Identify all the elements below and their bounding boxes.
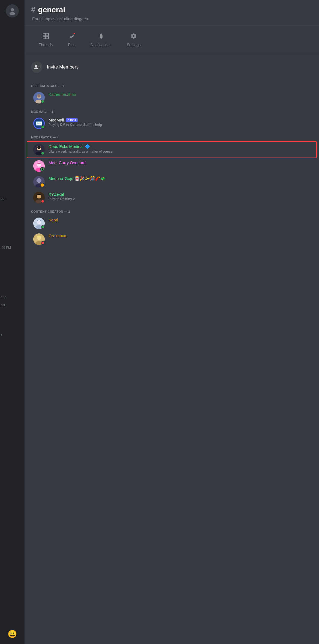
svg-rect-3 — [46, 33, 49, 36]
channel-description: For all topics including disgaea — [31, 16, 312, 21]
xyz-name: XYZexal — [49, 192, 64, 197]
bot-check-icon: ✓ — [67, 118, 69, 121]
left-text-een: een — [1, 197, 7, 201]
katherine-name: Katherine.zhao — [49, 92, 76, 97]
pins-icon — [68, 33, 75, 41]
left-text-not: hot — [1, 303, 5, 307]
deus-avatar-wrapper — [33, 144, 45, 155]
svg-point-16 — [37, 146, 41, 149]
channel-name: general — [38, 5, 65, 14]
svg-point-12 — [37, 94, 41, 97]
left-text-a: a — [1, 333, 2, 337]
svg-point-6 — [35, 65, 37, 67]
settings-icon — [130, 33, 137, 41]
channel-header: # general For all topics including disga… — [25, 0, 319, 26]
toolbar-threads[interactable]: Threads — [31, 30, 60, 50]
xyz-info: XYZexal Playing Destiny 2 — [49, 192, 310, 201]
katherine-info: Katherine.zhao — [49, 92, 310, 97]
section-content-creator: CONTENT CREATOR — 2 — [25, 206, 319, 215]
member-oreimova[interactable]: Oreimova — [27, 231, 317, 247]
section-modmail: MODMAIL — 1 — [25, 106, 319, 115]
katherine-status-dot — [41, 100, 44, 103]
member-mei[interactable]: 📱 Mei - Curry Overlord — [27, 158, 317, 174]
user-avatar-icon[interactable] — [6, 4, 19, 17]
left-text-d: d to — [1, 295, 7, 299]
toolbar: Threads Pins Notifications — [25, 26, 319, 54]
modmail-name: ModMail — [49, 118, 64, 122]
koori-status-dot — [41, 225, 44, 229]
notifications-label: Notifications — [91, 43, 112, 47]
deus-name: Deus Ecks Modina — [49, 144, 83, 149]
member-xyz[interactable]: XYZexal Playing Destiny 2 — [27, 190, 317, 206]
toolbar-pins[interactable]: Pins — [60, 30, 83, 50]
oreimova-name: Oreimova — [49, 233, 66, 238]
member-deus[interactable]: Deus Ecks Modina 🔷 Like a weed, naturall… — [27, 141, 317, 158]
pins-label: Pins — [68, 43, 75, 47]
koori-avatar-wrapper — [33, 218, 45, 229]
modmail-status: Playing DM to Contact Staff | =help — [49, 123, 310, 127]
modmail-bot-badge: ✓ BOT — [66, 118, 78, 122]
toolbar-notifications[interactable]: Notifications — [83, 30, 119, 50]
member-miruh[interactable]: 🌙 Miruh or Gojo 🀄🎉✨🎊🧨🐲 — [27, 174, 317, 190]
xyz-status-dot — [41, 200, 44, 203]
left-text-pm: :46 PM — [1, 246, 11, 250]
section-moderator: MODERATOR — 4 — [25, 131, 319, 141]
mei-avatar-wrapper: 📱 — [33, 160, 45, 172]
miruh-info: Miruh or Gojo 🀄🎉✨🎊🧨🐲 — [49, 176, 310, 181]
member-katherine[interactable]: Katherine.zhao — [27, 90, 317, 106]
mei-info: Mei - Curry Overlord — [49, 160, 310, 165]
main-content: # general For all topics including disga… — [25, 0, 319, 644]
svg-rect-4 — [43, 36, 46, 39]
oreimova-avatar-wrapper — [33, 233, 45, 245]
emoji-face-icon[interactable]: 😀 — [8, 630, 17, 639]
toolbar-settings[interactable]: Settings — [119, 30, 148, 50]
svg-point-1 — [10, 12, 15, 15]
oreimova-info: Oreimova — [49, 233, 310, 238]
members-panel: Invite Members OFFICIAL STAFF — 1 — [25, 54, 319, 644]
svg-rect-5 — [46, 36, 49, 39]
modmail-status-dot — [41, 125, 44, 129]
invite-members-button[interactable]: Invite Members — [25, 59, 319, 76]
notifications-icon — [98, 33, 104, 41]
miruh-name: Miruh or Gojo 🀄🎉✨🎊🧨🐲 — [49, 176, 106, 181]
section-official-staff: OFFICIAL STAFF — 1 — [25, 80, 319, 90]
miruh-status-dot: 🌙 — [40, 183, 44, 187]
member-koori[interactable]: Koori — [27, 215, 317, 231]
oreimova-status-dot — [41, 241, 44, 245]
left-sidebar: een :46 PM d to hot a 😀 — [0, 0, 25, 644]
koori-name: Koori — [49, 218, 58, 222]
threads-label: Threads — [39, 43, 53, 47]
invite-members-label: Invite Members — [47, 64, 79, 70]
channel-hash-icon: # — [31, 5, 35, 14]
deus-mod-icon: 🔷 — [85, 144, 90, 149]
mei-status-dot: 📱 — [40, 167, 44, 171]
member-modmail[interactable]: ✉️ ModMail ✓ BOT Playing DM to Contact S… — [27, 115, 317, 131]
katherine-avatar-wrapper — [33, 92, 45, 103]
koori-info: Koori — [49, 218, 310, 222]
deus-info: Deus Ecks Modina 🔷 Like a weed, naturall… — [49, 144, 310, 153]
mei-name: Mei - Curry Overlord — [49, 160, 86, 165]
modmail-info: ModMail ✓ BOT Playing DM to Contact Staf… — [49, 118, 310, 127]
xyz-avatar-wrapper — [33, 192, 45, 203]
svg-rect-2 — [43, 33, 46, 36]
miruh-avatar-wrapper: 🌙 — [33, 176, 45, 188]
xyz-status: Playing Destiny 2 — [49, 197, 310, 201]
invite-members-icon — [31, 61, 43, 73]
deus-status-dot — [41, 152, 44, 155]
modmail-avatar-wrapper: ✉️ — [33, 118, 45, 129]
deus-status: Like a weed, naturally, as a matter of c… — [49, 150, 310, 153]
svg-point-0 — [11, 8, 14, 11]
settings-label: Settings — [127, 43, 141, 47]
threads-icon — [43, 33, 49, 41]
